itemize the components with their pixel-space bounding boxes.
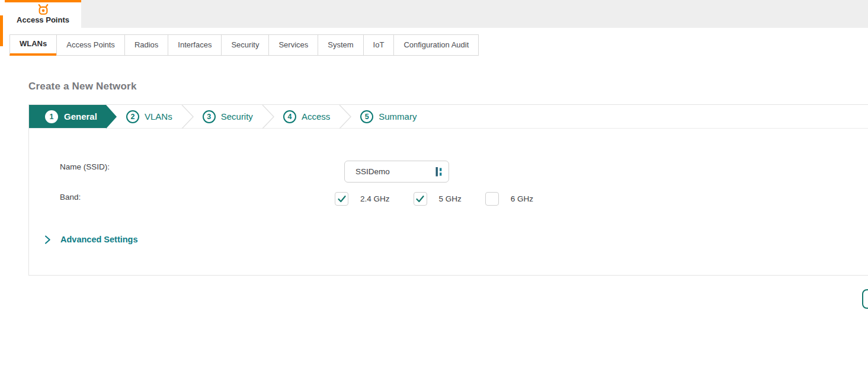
access-point-icon bbox=[37, 4, 50, 15]
advanced-settings-label: Advanced Settings bbox=[60, 235, 138, 244]
checkbox-5ghz[interactable] bbox=[414, 192, 427, 206]
band-option-label: 2.4 GHz bbox=[360, 194, 390, 203]
advanced-settings-toggle[interactable]: Advanced Settings bbox=[44, 235, 138, 244]
subtab-radios[interactable]: Radios bbox=[124, 34, 168, 56]
ssid-field-bars-icon bbox=[435, 167, 443, 180]
chevron-right-icon bbox=[44, 235, 51, 244]
band-label: Band: bbox=[60, 193, 81, 202]
checkbox-2-4ghz[interactable] bbox=[335, 192, 348, 206]
step-number-badge: 4 bbox=[283, 110, 296, 123]
band-option-label: 5 GHz bbox=[439, 194, 462, 203]
top-tab-wrap: Access Points bbox=[0, 0, 81, 28]
step-separator-chevron-icon bbox=[338, 105, 352, 129]
subtab-interfaces[interactable]: Interfaces bbox=[168, 34, 222, 56]
topbar: Access Points bbox=[0, 0, 868, 28]
step-label: Summary bbox=[379, 111, 417, 121]
subtab-iot[interactable]: IoT bbox=[363, 34, 395, 56]
subtab-security[interactable]: Security bbox=[221, 34, 269, 56]
general-step-form: Name (SSID): Band: bbox=[29, 129, 868, 275]
step-label: General bbox=[64, 111, 97, 121]
subtab-wlans[interactable]: WLANs bbox=[9, 34, 57, 56]
page-title: Create a New Network bbox=[28, 81, 137, 92]
step-label: Access bbox=[302, 111, 330, 121]
subtab-system[interactable]: System bbox=[318, 34, 363, 56]
ssid-field-box bbox=[344, 161, 449, 183]
step-separator-chevron-icon bbox=[261, 105, 275, 129]
cut-off-action-button[interactable] bbox=[862, 289, 868, 309]
step-number-badge: 1 bbox=[45, 110, 58, 123]
band-option-2-4ghz: 2.4 GHz bbox=[335, 192, 390, 206]
wizard-step-bar: 1 General 2 VLANs 3 Security 4 Access bbox=[29, 105, 868, 129]
subtab-access-points[interactable]: Access Points bbox=[56, 34, 125, 56]
step-label: Security bbox=[221, 111, 253, 121]
step-separator-chevron-icon bbox=[181, 105, 194, 129]
band-option-5ghz: 5 GHz bbox=[414, 192, 462, 206]
step-label: VLANs bbox=[145, 111, 172, 121]
wizard-step-general[interactable]: 1 General bbox=[29, 105, 106, 128]
checkmark-icon bbox=[416, 196, 424, 203]
wizard-panel: 1 General 2 VLANs 3 Security 4 Access bbox=[28, 104, 868, 276]
band-option-6ghz: 6 GHz bbox=[485, 192, 533, 206]
ssid-input[interactable] bbox=[355, 167, 427, 176]
top-tab-label: Access Points bbox=[17, 15, 69, 24]
checkbox-6ghz[interactable] bbox=[485, 192, 499, 206]
checkmark-icon bbox=[338, 196, 346, 203]
subtab-services[interactable]: Services bbox=[268, 34, 318, 56]
wizard-step-security[interactable]: 3 Security bbox=[203, 105, 253, 128]
app-root: Access Points WLANs Access Points Radios… bbox=[0, 0, 868, 387]
left-accent-strip bbox=[0, 15, 3, 46]
step-number-badge: 5 bbox=[360, 110, 373, 123]
tab-access-points[interactable]: Access Points bbox=[5, 0, 81, 28]
wizard-step-vlans[interactable]: 2 VLANs bbox=[126, 105, 172, 128]
band-options: 2.4 GHz 5 GHz 6 GH bbox=[335, 192, 557, 206]
subtab-configuration-audit[interactable]: Configuration Audit bbox=[393, 34, 479, 56]
ssid-label: Name (SSID): bbox=[60, 162, 110, 171]
wizard-step-access[interactable]: 4 Access bbox=[283, 105, 330, 128]
step-number-badge: 2 bbox=[126, 110, 139, 123]
step-number-badge: 3 bbox=[203, 110, 216, 123]
band-option-label: 6 GHz bbox=[511, 194, 533, 203]
wizard-step-summary[interactable]: 5 Summary bbox=[360, 105, 417, 128]
subtab-bar: WLANs Access Points Radios Interfaces Se… bbox=[9, 34, 479, 56]
